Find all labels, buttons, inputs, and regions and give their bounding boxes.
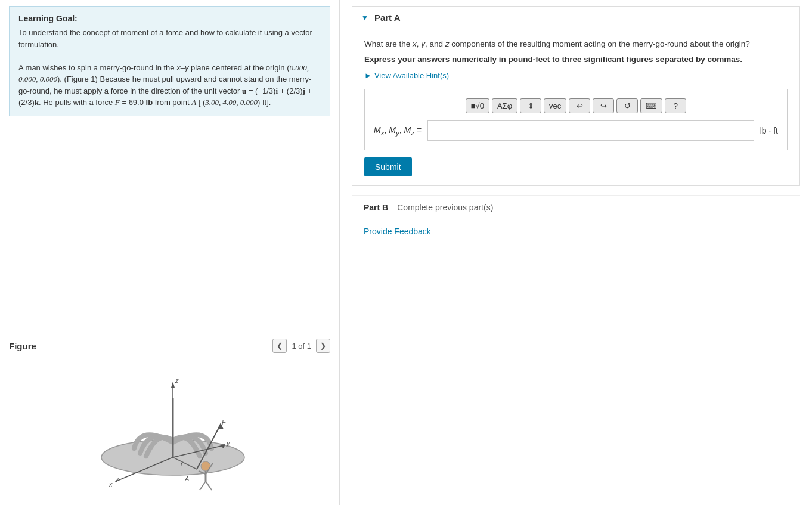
provide-feedback-link[interactable]: Provide Feedback [352,219,800,243]
svg-text:x: x [109,481,113,488]
part-a-body: What are the x, y, and z components of t… [352,29,799,185]
input-label: Mx, My, Mz = [374,125,422,137]
hint-link[interactable]: ► View Available Hint(s) [364,71,788,80]
part-a-question-bold: Express your answers numerically in poun… [364,55,788,64]
answer-input[interactable] [427,120,754,141]
toolbar-undo-btn[interactable]: ↩ [569,98,590,113]
toolbar-symbol-btn[interactable]: ΑΣφ [492,98,517,113]
figure-section: Figure ❮ 1 of 1 ❯ [9,339,330,499]
part-a-section: ▼ Part A What are the x, y, and z compon… [352,6,800,186]
svg-text:A: A [184,475,189,482]
svg-text:y: y [226,439,231,447]
toolbar-help-btn[interactable]: ? [665,98,686,113]
learning-goal-box: Learning Goal: To understand the concept… [9,6,330,116]
toolbar-redo-btn[interactable]: ↪ [593,98,614,113]
learning-goal-text: To understand the concept of moment of a… [18,27,321,109]
learning-goal-para1: To understand the concept of moment of a… [18,27,321,50]
toolbar-updown-btn[interactable]: ⇕ [520,98,541,113]
hint-link-text: View Available Hint(s) [374,71,449,80]
svg-line-19 [200,481,206,490]
left-panel: Learning Goal: To understand the concept… [0,0,340,505]
toolbar-reset-btn[interactable]: ↺ [616,98,638,113]
part-b-text: Complete previous part(s) [397,203,493,212]
figure-nav-count: 1 of 1 [292,342,311,351]
figure-next-button[interactable]: ❯ [316,339,330,353]
figure-prev-button[interactable]: ❮ [272,339,287,353]
svg-line-20 [206,481,212,490]
part-a-collapse-icon[interactable]: ▼ [361,14,368,22]
part-b-label: Part B [364,203,388,212]
input-row: Mx, My, Mz = lb · ft [374,120,778,141]
figure-nav-controls: ❮ 1 of 1 ❯ [272,339,330,353]
figure-svg: z x y A r F [80,365,259,496]
toolbar-keyboard-btn[interactable]: ⌨ [640,98,662,113]
right-panel: ▼ Part A What are the x, y, and z compon… [340,0,812,505]
part-a-label: Part A [374,13,401,23]
figure-header: Figure ❮ 1 of 1 ❯ [9,339,330,357]
part-a-question: What are the x, y, and z components of t… [364,38,788,50]
figure-image: z x y A r F [9,362,330,499]
toolbar-vec-btn[interactable]: vec [544,98,566,113]
part-a-header: ▼ Part A [352,7,799,29]
svg-text:F: F [222,419,227,426]
toolbar: ■√0 ΑΣφ ⇕ vec ↩ ↪ ↺ ⌨ ? [374,98,778,113]
svg-marker-3 [171,382,175,388]
hint-arrow-icon: ► [364,71,372,80]
learning-goal-para2: A man wishes to spin a merry-go-round in… [18,62,321,109]
learning-goal-title: Learning Goal: [18,14,321,23]
svg-marker-6 [114,477,119,482]
figure-title: Figure [9,341,36,351]
part-b-section: Part B Complete previous part(s) [352,195,800,219]
svg-text:z: z [175,377,179,384]
answer-box: ■√0 ΑΣφ ⇕ vec ↩ ↪ ↺ ⌨ ? Mx, My, Mz = [364,89,788,150]
submit-button[interactable]: Submit [364,157,412,176]
toolbar-formula-btn[interactable]: ■√0 [466,98,489,113]
unit-label: lb · ft [760,126,778,135]
